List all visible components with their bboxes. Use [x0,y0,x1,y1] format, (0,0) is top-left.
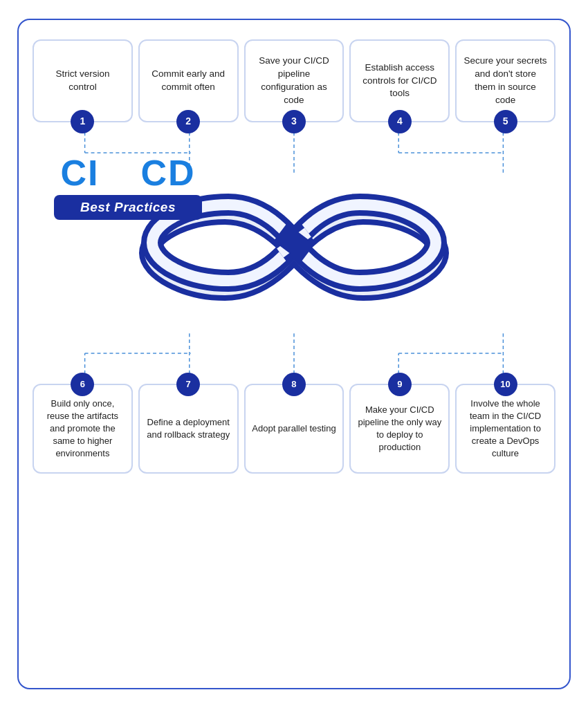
bottom-cards-row: 6 Build only once, reuse the artifacts a… [33,384,555,474]
card-5: Secure your secrets and don't store them… [455,39,555,122]
top-cards-row: Strict version control 1 Commit early an… [33,39,555,122]
card-3: Save your CI/CD pipeline configuration a… [244,39,344,122]
cicd-section: CI CD Best Practices [33,174,555,333]
top-connector [33,132,555,174]
card-2: Commit early and commit often 2 [138,39,239,122]
card-2-text: Commit early and commit often [147,68,230,94]
card-9-text: Make your CI/CD pipeline the only way to… [356,404,443,454]
badge-2: 2 [176,110,200,133]
card-8: 8 Adopt parallel testing [244,384,344,474]
card-10-text: Involve the whole team in the CI/CD impl… [462,398,549,460]
card-6: 6 Build only once, reuse the artifacts a… [33,384,133,474]
card-5-text: Secure your secrets and don't store them… [463,55,547,107]
card-1-text: Strict version control [41,68,125,94]
card-7: 7 Define a deployment and rollback strat… [138,384,239,474]
bottom-connector [33,333,555,374]
badge-6: 6 [71,373,94,396]
badge-3: 3 [282,110,306,133]
card-10: 10 Involve the whole team in the CI/CD i… [455,384,555,474]
badge-8: 8 [282,373,306,396]
card-8-text: Adopt parallel testing [252,422,336,435]
card-4: Establish access controls for CI/CD tool… [349,39,450,122]
badge-7: 7 [176,373,200,396]
card-1: Strict version control 1 [33,39,133,122]
badge-5: 5 [494,110,517,133]
badge-1: 1 [71,110,94,133]
card-7-text: Define a deployment and rollback strateg… [145,416,232,441]
card-9: 9 Make your CI/CD pipeline the only way … [349,384,450,474]
card-3-text: Save your CI/CD pipeline configuration a… [252,55,336,107]
badge-9: 9 [388,373,412,396]
badge-10: 10 [494,373,517,396]
badge-4: 4 [388,110,412,133]
card-4-text: Establish access controls for CI/CD tool… [358,62,441,101]
main-container: Strict version control 1 Commit early an… [17,19,571,689]
card-6-text: Build only once, reuse the artifacts and… [39,398,126,460]
infinity-container: CI CD Best Practices [128,174,460,333]
